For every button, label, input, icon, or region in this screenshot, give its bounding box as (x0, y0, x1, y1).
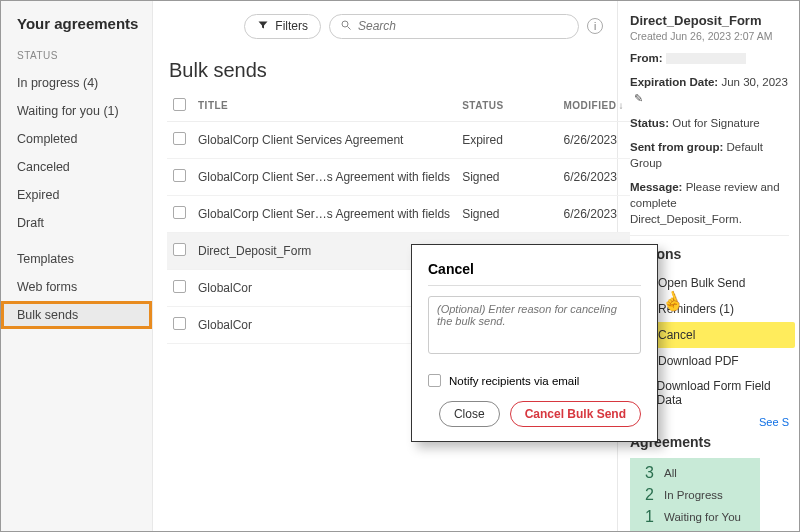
row-checkbox[interactable] (173, 243, 186, 256)
edit-expiration-icon[interactable]: ✎ (634, 91, 643, 106)
search-icon (340, 19, 352, 34)
sidebar: Your agreements STATUS In progress (4) W… (1, 1, 153, 531)
expiration-label: Expiration Date: (630, 76, 718, 88)
page-title: Your agreements (1, 1, 152, 46)
svg-line-1 (348, 26, 351, 29)
notify-checkbox[interactable] (428, 374, 441, 387)
info-icon[interactable]: i (587, 18, 603, 34)
cancel-reason-input[interactable] (428, 296, 641, 354)
row-modified: 6/26/2023 (558, 122, 630, 159)
dialog-title: Cancel (428, 261, 641, 277)
from-label: From: (630, 52, 663, 64)
toolbar: Filters i (167, 11, 603, 41)
notify-label: Notify recipients via email (449, 375, 579, 387)
section-title: Bulk sends (169, 59, 603, 82)
table-row[interactable]: GlobalCorp Client Services AgreementExpi… (167, 122, 630, 159)
row-status: Signed (456, 159, 557, 196)
col-status[interactable]: STATUS (456, 90, 557, 122)
row-title: GlobalCorp Client Services Agreement (192, 122, 456, 159)
main-area: Filters i Bulk sends TITLE STATUS MODIFI… (153, 1, 617, 531)
agg-in-progress[interactable]: 2In Progress (640, 484, 750, 506)
search-box[interactable] (329, 14, 579, 39)
agreements-stats: 3All 2In Progress 1Waiting for You (630, 458, 760, 531)
row-title: GlobalCorp Client Ser…s Agreement with f… (192, 159, 456, 196)
nav-bulk-sends[interactable]: Bulk sends (1, 301, 152, 329)
message-label: Message: (630, 181, 682, 193)
expiration-value: Jun 30, 2023 (721, 76, 788, 88)
nav-expired[interactable]: Expired (1, 181, 152, 209)
nav-canceled[interactable]: Canceled (1, 153, 152, 181)
status-label: Status: (630, 117, 669, 129)
nav-templates[interactable]: Templates (1, 245, 152, 273)
sort-desc-icon: ↓ (618, 100, 624, 111)
nav-web-forms[interactable]: Web forms (1, 273, 152, 301)
nav-draft[interactable]: Draft (1, 209, 152, 237)
row-status: Signed (456, 196, 557, 233)
row-modified: 6/26/2023 (558, 159, 630, 196)
row-checkbox[interactable] (173, 132, 186, 145)
nav-waiting[interactable]: Waiting for you (1) (1, 97, 152, 125)
select-all-checkbox[interactable] (173, 98, 186, 111)
nav-in-progress[interactable]: In progress (4) (1, 69, 152, 97)
table-row[interactable]: GlobalCorp Client Ser…s Agreement with f… (167, 159, 630, 196)
table-row[interactable]: GlobalCorp Client Ser…s Agreement with f… (167, 196, 630, 233)
col-title[interactable]: TITLE (192, 90, 456, 122)
row-checkbox[interactable] (173, 317, 186, 330)
row-checkbox[interactable] (173, 169, 186, 182)
cancel-bulk-send-button[interactable]: Cancel Bulk Send (510, 401, 641, 427)
status-value: Out for Signature (672, 117, 760, 129)
detail-name: Direct_Deposit_Form (630, 13, 789, 28)
agg-waiting[interactable]: 1Waiting for You (640, 506, 750, 528)
filter-icon (257, 19, 269, 34)
row-status: Expired (456, 122, 557, 159)
from-value (666, 53, 746, 64)
filters-button[interactable]: Filters (244, 14, 321, 39)
detail-created: Created Jun 26, 2023 2:07 AM (630, 30, 789, 42)
close-button[interactable]: Close (439, 401, 500, 427)
row-title: GlobalCorp Client Ser…s Agreement with f… (192, 196, 456, 233)
svg-point-0 (342, 21, 348, 27)
filters-label: Filters (275, 19, 308, 33)
agg-all[interactable]: 3All (640, 462, 750, 484)
cancel-dialog: Cancel Notify recipients via email Close… (411, 244, 658, 442)
search-input[interactable] (358, 19, 568, 33)
row-checkbox[interactable] (173, 206, 186, 219)
row-modified: 6/26/2023 (558, 196, 630, 233)
group-label: Sent from group: (630, 141, 723, 153)
nav-completed[interactable]: Completed (1, 125, 152, 153)
col-modified[interactable]: MODIFIED↓ (558, 90, 630, 122)
status-header: STATUS (1, 46, 152, 69)
row-checkbox[interactable] (173, 280, 186, 293)
